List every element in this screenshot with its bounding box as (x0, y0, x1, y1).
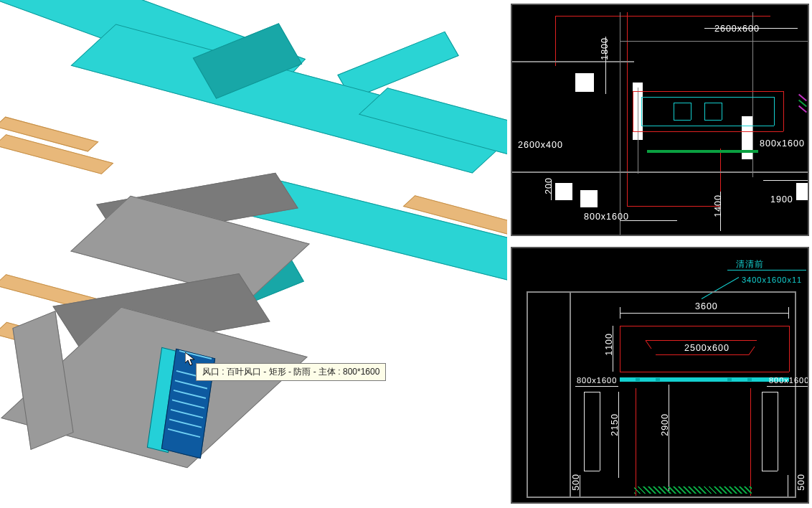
dim-label: 3400x1600x11 (742, 276, 802, 284)
dim-label: 1800 (600, 37, 610, 60)
note-label: 清清前 (736, 258, 764, 271)
dim-label: 500 (796, 474, 806, 491)
dim-label: 1900 (770, 194, 793, 204)
cad-section-view[interactable]: 清清前 3400x1600x11 3600 2500x600 1100 800x… (511, 247, 809, 504)
dim-label: 2600x600 (714, 24, 760, 34)
dim-label: 2600x400 (518, 140, 563, 150)
dim-label: 2150 (610, 413, 620, 436)
viewport-3d[interactable]: 风口 : 百叶风口 - 矩形 - 防雨 - 主体 : 800*1600 (0, 0, 507, 508)
dim-label: 3600 (695, 301, 718, 311)
element-tooltip: 风口 : 百叶风口 - 矩形 - 防雨 - 主体 : 800*1600 (196, 363, 386, 381)
ahu-unit[interactable] (12, 311, 73, 450)
dim-label: 800x1600 (760, 138, 805, 149)
dim-label: 500 (571, 474, 581, 491)
dim-label: 1400 (713, 194, 723, 217)
cad-plan-view[interactable]: 2600x600 1800 2600x400 800x1600 200 800x… (511, 4, 809, 236)
dim-label: 800x1600 (584, 212, 629, 222)
dim-label: 200 (544, 177, 554, 194)
svg-marker-0 (185, 352, 194, 365)
dim-label: 2900 (660, 413, 670, 436)
dim-label: 1100 (604, 333, 614, 356)
dim-label: 800x1600 (769, 376, 809, 385)
dim-label: 2500x600 (684, 343, 730, 353)
cursor-icon (185, 352, 195, 367)
dim-label: 800x1600 (577, 376, 617, 385)
